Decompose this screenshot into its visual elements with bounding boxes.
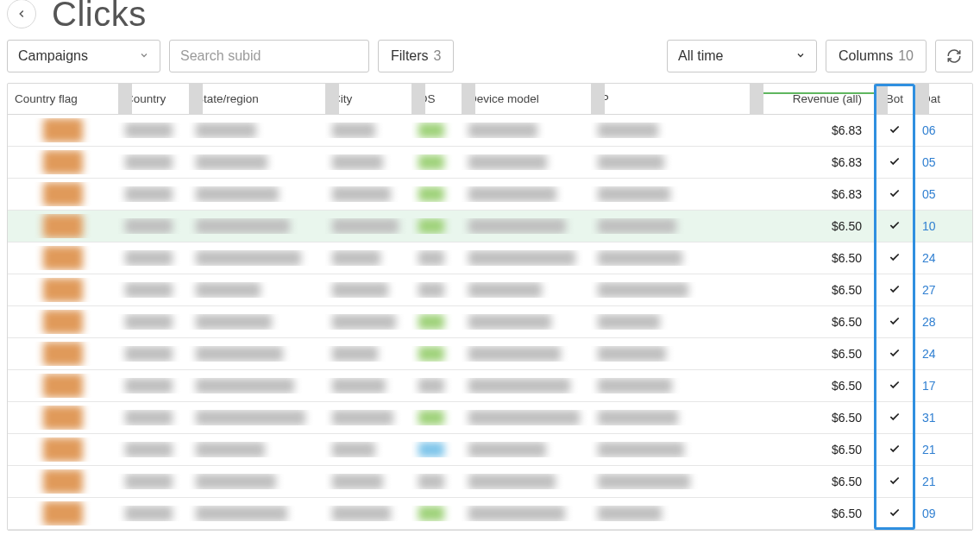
cell-country <box>118 154 189 170</box>
cell-revenue: $6.50 <box>750 379 874 393</box>
table-row[interactable]: $6.8306 <box>8 115 972 147</box>
cell-date[interactable]: 24 <box>915 251 967 265</box>
cell-device-model <box>462 154 591 170</box>
cell-revenue: $6.50 <box>750 251 874 265</box>
cell-os <box>411 282 462 298</box>
cell-country-flag <box>8 150 118 174</box>
timerange-select[interactable]: All time <box>667 40 817 72</box>
table-body: $6.8306$6.8305$6.8305$6.5010$6.5024$6.50… <box>8 115 972 530</box>
cell-device-model <box>462 250 591 266</box>
col-country-flag[interactable]: Country flag <box>8 92 118 105</box>
cell-ip <box>591 474 750 489</box>
cell-date[interactable]: 05 <box>915 155 967 169</box>
chevron-down-icon <box>139 48 149 64</box>
cell-revenue: $6.50 <box>750 219 874 233</box>
cell-device-model <box>462 282 591 298</box>
table-row[interactable]: $6.5010 <box>8 211 972 242</box>
cell-country-flag <box>8 214 118 238</box>
cell-city <box>325 506 411 521</box>
table-row[interactable]: $6.5028 <box>8 306 972 338</box>
cell-country-flag <box>8 182 118 206</box>
cell-state-region <box>189 410 325 425</box>
col-device-model[interactable]: Device model <box>462 92 591 105</box>
table-row[interactable]: $6.5024 <box>8 338 972 370</box>
cell-os <box>411 186 462 202</box>
cell-device-model <box>462 506 591 521</box>
cell-date[interactable]: 06 <box>915 123 967 137</box>
cell-bot <box>874 347 915 362</box>
cell-date[interactable]: 31 <box>915 411 967 425</box>
cell-country <box>118 378 189 393</box>
refresh-button[interactable] <box>935 40 973 72</box>
cell-device-model <box>462 378 591 393</box>
cell-country <box>118 218 189 234</box>
filters-label: Filters <box>391 48 429 64</box>
cell-os <box>411 154 462 170</box>
table-row[interactable]: $6.5017 <box>8 370 972 402</box>
columns-button[interactable]: Columns 10 <box>826 40 927 72</box>
table-row[interactable]: $6.5024 <box>8 242 972 274</box>
cell-device-model <box>462 442 591 457</box>
cell-revenue: $6.50 <box>750 315 874 329</box>
cell-bot <box>874 507 915 521</box>
cell-date[interactable]: 28 <box>915 315 967 329</box>
table-row[interactable]: $6.8305 <box>8 179 972 211</box>
cell-os <box>411 378 462 393</box>
table-row[interactable]: $6.5009 <box>8 498 972 530</box>
cell-date[interactable]: 27 <box>915 283 967 297</box>
col-ip[interactable]: IP <box>591 92 750 105</box>
cell-device-model <box>462 410 591 425</box>
col-revenue-all[interactable]: Revenue (all) <box>750 92 874 105</box>
cell-country <box>118 346 189 362</box>
cell-country <box>118 314 189 330</box>
cell-country <box>118 282 189 298</box>
refresh-icon <box>946 48 962 64</box>
cell-os <box>411 218 462 234</box>
cell-city <box>325 282 411 298</box>
cell-device-model <box>462 186 591 202</box>
cell-date[interactable]: 05 <box>915 187 967 201</box>
check-icon <box>889 507 901 519</box>
table-row[interactable]: $6.5027 <box>8 274 972 306</box>
campaigns-select[interactable]: Campaigns <box>7 40 160 72</box>
cell-bot <box>874 443 915 457</box>
back-button[interactable] <box>7 0 36 28</box>
cell-date[interactable]: 21 <box>915 443 967 456</box>
cell-device-model <box>462 346 591 362</box>
search-subid-field[interactable] <box>180 48 358 64</box>
cell-revenue: $6.50 <box>750 443 874 456</box>
cell-os <box>411 123 462 138</box>
cell-date[interactable]: 09 <box>915 507 967 520</box>
cell-date[interactable]: 24 <box>915 347 967 361</box>
cell-state-region <box>189 123 325 138</box>
cell-country-flag <box>8 310 118 334</box>
cell-bot <box>874 187 915 202</box>
filters-button[interactable]: Filters 3 <box>378 40 454 72</box>
search-subid-input[interactable] <box>169 40 369 72</box>
cell-country-flag <box>8 406 118 430</box>
cell-date[interactable]: 10 <box>915 219 967 233</box>
table-row[interactable]: $6.8305 <box>8 147 972 179</box>
campaigns-select-label: Campaigns <box>18 48 88 64</box>
cell-country <box>118 410 189 425</box>
cell-country <box>118 474 189 489</box>
cell-date[interactable]: 21 <box>915 475 967 488</box>
cell-city <box>325 474 411 489</box>
cell-city <box>325 123 411 138</box>
cell-os <box>411 346 462 362</box>
check-icon <box>889 347 901 359</box>
cell-country <box>118 186 189 202</box>
cell-date[interactable]: 17 <box>915 379 967 393</box>
cell-country <box>118 442 189 457</box>
cell-revenue: $6.50 <box>750 347 874 361</box>
table-row[interactable]: $6.5021 <box>8 434 972 466</box>
table-row[interactable]: $6.5021 <box>8 466 972 498</box>
cell-country-flag <box>8 342 118 366</box>
cell-ip <box>591 123 750 138</box>
col-state-region[interactable]: State/region <box>189 92 325 105</box>
table-row[interactable]: $6.5031 <box>8 402 972 434</box>
table-header: Country flag Country State/region City O… <box>8 84 972 115</box>
cell-city <box>325 250 411 266</box>
cell-city <box>325 442 411 457</box>
cell-state-region <box>189 474 325 489</box>
